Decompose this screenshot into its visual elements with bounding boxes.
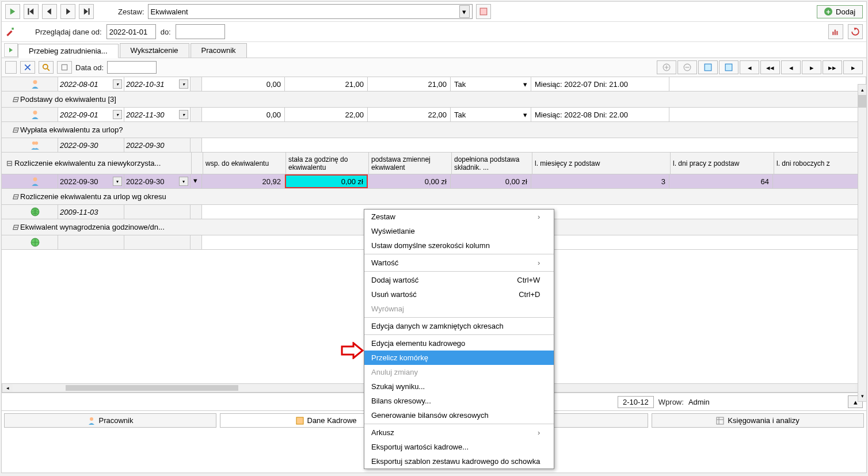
column-header[interactable]: dopełniona podstawa składnik. ... [452, 153, 532, 174]
value-cell[interactable]: 22,00 [368, 108, 451, 121]
highlighted-cell[interactable]: 0,00 zł [285, 174, 368, 188]
data-od-input[interactable] [107, 61, 157, 74]
last-icon[interactable] [79, 4, 94, 19]
date-cell[interactable]: 2022-09-30▾ [58, 174, 124, 188]
table-row[interactable]: 2022-09-01▾ 2022-11-30▾ 0,00 22,00 22,00… [2, 108, 866, 122]
value-cell[interactable]: 3 [531, 174, 669, 188]
chevron-down-icon[interactable]: ▾ [523, 111, 527, 119]
date-cell[interactable]: 2022-10-31▾ [124, 77, 191, 91]
grid1-icon[interactable] [698, 60, 718, 74]
menu-dodaj-wartosc[interactable]: Dodaj wartośćCtrl+W [364, 273, 554, 287]
menu-eksportuj-wartosci[interactable]: Eksportuj wartości kadrowe... [364, 440, 554, 454]
chevron-down-icon[interactable]: ▾ [179, 79, 188, 89]
menu-generowanie-bilansow[interactable]: Generowanie bilansów okresowych [364, 408, 554, 422]
date-cell[interactable]: 2022-11-30▾ [124, 108, 191, 121]
chevron-down-icon[interactable]: ▾ [113, 110, 122, 119]
chevron-down-icon[interactable]: ▾ [113, 177, 122, 186]
menu-wyswietlanie[interactable]: Wyświetlanie [364, 224, 554, 238]
scroll-up-icon[interactable]: ▴ [858, 85, 866, 95]
date-to-input[interactable] [176, 24, 225, 39]
collapse-icon[interactable]: ⊟ [6, 159, 12, 167]
add-circle-icon[interactable] [657, 60, 676, 74]
chevron-down-icon[interactable]: ▾ [179, 177, 188, 186]
collapse-icon[interactable]: ⊟ [12, 223, 18, 231]
value-cell[interactable]: 64 [669, 174, 773, 188]
menu-szukaj-wyniku[interactable]: Szukaj wyniku... [364, 379, 554, 394]
chevron-down-icon[interactable]: ▾ [179, 110, 188, 119]
nav-last-icon[interactable]: ▸▸ [823, 60, 842, 74]
menu-edycja-okresy[interactable]: Edycja danych w zamkniętych okresach [364, 319, 554, 333]
date-cell[interactable]: 2022-09-30▾ [124, 174, 191, 188]
menu-eksportuj-szablon[interactable]: Eksportuj szablon zestawu kadrowego do s… [364, 454, 554, 469]
chevron-down-icon[interactable]: ▾ [523, 80, 527, 89]
table-row[interactable]: 2022-09-30 2022-09-30 [2, 138, 866, 153]
scroll-left-icon[interactable]: ◂ [2, 384, 13, 392]
book-icon[interactable] [57, 61, 72, 74]
expand-icon[interactable] [5, 61, 17, 74]
value-cell[interactable]: 0,00 zł [451, 174, 531, 188]
chevron-down-icon[interactable]: ▾ [191, 174, 200, 186]
column-header[interactable]: podstawa zmiennej ekwiwalent [369, 153, 452, 174]
nav-right-icon[interactable]: ▸ [843, 60, 863, 74]
tab-pracownik[interactable]: Pracownik [191, 43, 247, 58]
extra-icon[interactable] [476, 4, 491, 19]
menu-edycja-elementu[interactable]: Edycja elementu kadrowego [364, 336, 554, 351]
nav-next-icon[interactable]: ▸ [802, 60, 821, 74]
value-cell[interactable]: Tak▾ [451, 77, 531, 91]
value-cell[interactable]: 0,00 [202, 108, 285, 121]
nav-left-icon[interactable]: ◂ [740, 60, 759, 74]
column-header[interactable]: stała za godzinę do ekwiwalentu [286, 153, 369, 174]
chart-icon[interactable] [828, 24, 843, 39]
value-cell[interactable]: 0,00 [202, 77, 285, 91]
section-row[interactable]: ⊟Podstawy do ekwiwalentu [3] [2, 92, 866, 108]
value-cell[interactable]: Miesiąc: 2022-08 Dni: 22.00 [531, 108, 669, 121]
menu-bilans-okresowy[interactable]: Bilans okresowy... [364, 394, 554, 408]
play-icon[interactable] [5, 4, 20, 19]
grid2-icon[interactable] [719, 60, 738, 74]
table-row[interactable]: 2022-08-01▾ 2022-10-31▾ 0,00 21,00 21,00… [2, 77, 866, 92]
btab-ksiegowania[interactable]: Księgowania i analizy [652, 413, 864, 428]
date-from-input[interactable] [106, 24, 156, 39]
tools-icon[interactable] [20, 61, 35, 74]
value-cell[interactable]: 20,92 [202, 174, 285, 188]
section-row[interactable]: ⊟Rozliczenie ekwiwalentu za urlop wg okr… [2, 189, 866, 205]
column-header[interactable]: wsp. do ekwiwalentu [203, 153, 286, 174]
prev-icon[interactable] [42, 4, 57, 19]
menu-przelicz-komorke[interactable]: Przelicz komórkę [364, 351, 554, 365]
chevron-down-icon[interactable]: ▾ [459, 5, 470, 18]
date-cell[interactable]: 2022-09-01▾ [58, 108, 124, 121]
section-row[interactable]: ⊟Wypłata ekwiwalentu za urlop? [2, 122, 866, 138]
value-cell[interactable]: Tak▾ [451, 108, 531, 121]
brush-icon[interactable] [5, 27, 14, 36]
add-button[interactable]: + Dodaj [817, 5, 863, 18]
first-icon[interactable] [24, 4, 39, 19]
menu-szerokosci[interactable]: Ustaw domyślne szerokości kolumn [364, 238, 554, 253]
value-cell[interactable]: 22,00 [285, 108, 368, 121]
tab-wyksztalcenie[interactable]: Wykształcenie [120, 43, 189, 58]
nav-first-icon[interactable]: ◂◂ [760, 60, 780, 74]
vertical-scrollbar[interactable]: ▴ ▾ [858, 84, 867, 402]
value-cell[interactable]: 21,00 [285, 77, 368, 91]
refresh-icon[interactable] [848, 24, 863, 39]
next-icon[interactable] [60, 4, 75, 19]
scroll-down-icon[interactable]: ▾ [858, 391, 866, 401]
selected-row[interactable]: 2022-09-30▾ 2022-09-30▾ ▾ 20,92 0,00 zł … [2, 174, 866, 189]
remove-circle-icon[interactable] [677, 60, 697, 74]
value-cell[interactable]: Miesiąc: 2022-07 Dni: 21.00 [531, 77, 669, 91]
menu-zestaw[interactable]: Zestaw [364, 210, 554, 224]
menu-arkusz[interactable]: Arkusz [364, 425, 554, 440]
value-cell[interactable]: 21,00 [368, 77, 451, 91]
column-header[interactable]: l. dni roboczych z [774, 153, 866, 174]
date-cell[interactable]: 2022-08-01▾ [58, 77, 124, 91]
column-header[interactable]: l. dni pracy z podstaw [671, 153, 774, 174]
menu-usun-wartosc[interactable]: Usuń wartośćCtrl+D [364, 287, 554, 302]
btab-pracownik[interactable]: Pracownik [4, 413, 216, 428]
scroll-thumb[interactable] [66, 385, 238, 391]
nav-prev-icon[interactable]: ◂ [781, 60, 801, 74]
menu-wartosc[interactable]: Wartość [364, 256, 554, 270]
search-icon[interactable] [39, 61, 54, 74]
scroll-thumb[interactable] [858, 95, 866, 108]
chevron-down-icon[interactable]: ▾ [113, 79, 122, 89]
tab-scroll-icon[interactable] [4, 43, 18, 57]
collapse-icon[interactable]: ⊟ [12, 125, 18, 134]
